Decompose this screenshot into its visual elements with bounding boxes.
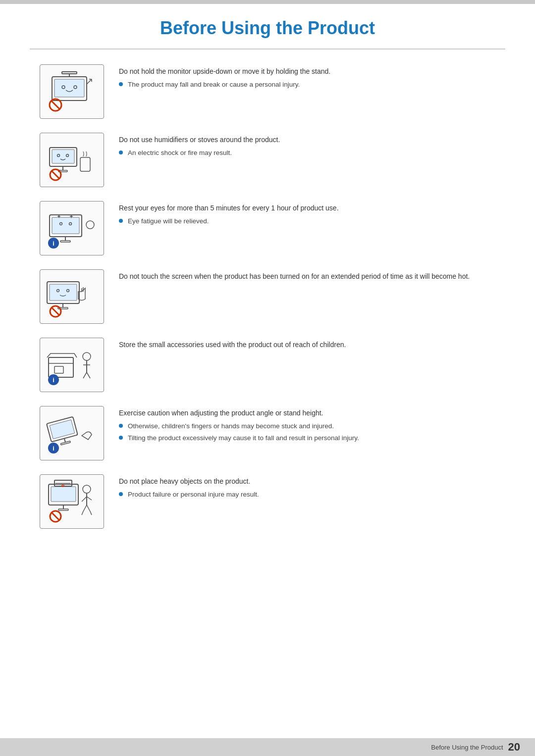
bullet-item: The product may fall and break or cause … xyxy=(119,80,495,90)
svg-line-7 xyxy=(51,101,60,109)
page-title: Before Using the Product xyxy=(30,18,505,39)
svg-line-44 xyxy=(83,372,87,378)
text-block-7: Do not place heavy objects on the produc… xyxy=(119,474,495,502)
svg-line-66 xyxy=(82,511,83,515)
svg-rect-20 xyxy=(60,241,70,242)
page-header: Before Using the Product xyxy=(30,4,505,50)
text-block-1: Do not hold the monitor upside-down or m… xyxy=(119,64,495,92)
content-area: Do not hold the monitor upside-down or m… xyxy=(0,50,535,582)
bullet-dot xyxy=(119,151,123,154)
main-text-2: Do not use humidifiers or stoves around … xyxy=(119,135,495,145)
footer-text: Before Using the Product xyxy=(431,744,503,751)
bullet-list-1: The product may fall and break or cause … xyxy=(119,80,495,90)
svg-line-69 xyxy=(87,497,92,500)
text-block-4: Do not touch the screen when the product… xyxy=(119,269,495,285)
svg-rect-59 xyxy=(58,509,68,510)
svg-line-67 xyxy=(90,511,92,515)
text-block-5: Store the small accessories used with th… xyxy=(119,338,495,353)
main-text-1: Do not hold the monitor upside-down or m… xyxy=(119,66,495,77)
svg-text:i: i xyxy=(53,240,54,247)
bullet-list-3: Eye fatigue will be relieved. xyxy=(119,216,495,226)
svg-line-64 xyxy=(83,505,87,511)
heavy-objects-icon xyxy=(40,474,104,529)
text-block-3: Rest your eyes for more than 5 minutes f… xyxy=(119,201,495,228)
page-footer: Before Using the Product 20 xyxy=(0,738,535,756)
main-text-4: Do not touch the screen when the product… xyxy=(119,271,495,282)
humidifier-stove-icon xyxy=(40,133,104,187)
svg-line-65 xyxy=(87,505,90,511)
svg-rect-9 xyxy=(52,150,74,163)
text-block-2: Do not use humidifiers or stoves around … xyxy=(119,133,495,160)
bullet-item: An electric shock or fire may result. xyxy=(119,148,495,158)
main-text-3: Rest your eyes for more than 5 minutes f… xyxy=(119,203,495,213)
svg-rect-40 xyxy=(54,366,63,373)
svg-line-50 xyxy=(64,439,65,443)
svg-rect-29 xyxy=(50,284,77,301)
hot-screen-icon xyxy=(40,269,104,324)
svg-line-63 xyxy=(52,512,59,520)
bullet-item: Otherwise, children's fingers or hands m… xyxy=(119,421,495,431)
svg-rect-18 xyxy=(52,217,79,234)
svg-text:i: i xyxy=(53,376,54,384)
top-border xyxy=(0,0,535,4)
safety-item-6: i Exercise caution when adjusting the pr… xyxy=(40,406,495,460)
svg-rect-57 xyxy=(51,487,76,502)
bullet-dot xyxy=(119,82,123,86)
svg-rect-49 xyxy=(50,420,75,439)
svg-text:i: i xyxy=(53,445,54,452)
svg-point-41 xyxy=(83,353,91,360)
svg-point-54 xyxy=(83,485,91,493)
footer-page-number: 20 xyxy=(508,741,520,754)
svg-rect-1 xyxy=(54,79,84,97)
accessories-children-icon: i xyxy=(40,338,104,392)
bullet-dot xyxy=(119,436,123,440)
bullet-item: Tilting the product excessively may caus… xyxy=(119,433,495,443)
svg-line-68 xyxy=(82,497,87,502)
text-block-6: Exercise caution when adjusting the prod… xyxy=(119,406,495,446)
safety-item-2: Do not use humidifiers or stoves around … xyxy=(40,133,495,187)
svg-rect-3 xyxy=(62,72,77,74)
bullet-dot xyxy=(119,219,123,223)
svg-line-45 xyxy=(87,372,90,378)
bullet-item: Product failure or personal injure may r… xyxy=(119,490,495,500)
svg-rect-38 xyxy=(49,357,73,377)
svg-point-23 xyxy=(86,221,94,229)
safety-item-4: Do not touch the screen when the product… xyxy=(40,269,495,324)
eye-rest-icon: i xyxy=(40,201,104,255)
main-text-7: Do not place heavy objects on the produc… xyxy=(119,476,495,487)
bullet-list-2: An electric shock or fire may result. xyxy=(119,148,495,158)
main-text-6: Exercise caution when adjusting the prod… xyxy=(119,408,495,418)
main-text-5: Store the small accessories used with th… xyxy=(119,340,495,350)
safety-item-3: i Rest your eyes for more than 5 minutes… xyxy=(40,201,495,255)
safety-item-5: i Store the small accessories used with … xyxy=(40,338,495,392)
bullet-list-6: Otherwise, children's fingers or hands m… xyxy=(119,421,495,444)
svg-line-16 xyxy=(52,171,59,179)
angle-adjustment-icon: i xyxy=(40,406,104,460)
safety-item-7: Do not place heavy objects on the produc… xyxy=(40,474,495,529)
bullet-dot xyxy=(119,424,123,428)
bullet-item: Eye fatigue will be relieved. xyxy=(119,216,495,226)
monitor-upside-down-icon xyxy=(40,64,104,119)
svg-rect-14 xyxy=(80,157,90,171)
bullet-list-7: Product failure or personal injure may r… xyxy=(119,490,495,500)
bullet-dot xyxy=(119,492,123,496)
safety-item-1: Do not hold the monitor upside-down or m… xyxy=(40,64,495,119)
